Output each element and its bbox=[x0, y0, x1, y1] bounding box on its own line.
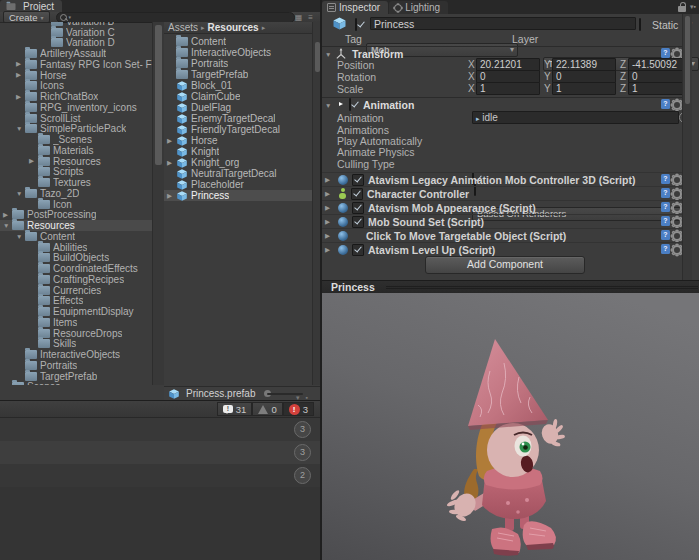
component-header[interactable]: ▶Atavism Mob Appearance (Script) bbox=[322, 200, 690, 214]
fold-arrow-icon[interactable]: ▶ bbox=[325, 204, 334, 212]
console-menu-icon[interactable]: ▾ ▪ bbox=[296, 394, 310, 402]
fold-arrow-icon[interactable]: ▼ bbox=[3, 222, 12, 229]
project-search[interactable]: ▾ bbox=[56, 12, 295, 23]
column-view-icon[interactable]: ▦ bbox=[295, 13, 303, 22]
component-enabled-checkbox[interactable] bbox=[351, 188, 363, 200]
animation-enabled-checkbox[interactable] bbox=[349, 98, 351, 111]
tree-item[interactable]: Currencies bbox=[0, 285, 152, 296]
tree-item[interactable]: InteractiveObjects bbox=[0, 349, 152, 360]
help-book-icon[interactable] bbox=[661, 99, 670, 109]
asset-item[interactable]: InteractiveObjects bbox=[164, 47, 312, 58]
fold-arrow-icon[interactable]: ▶ bbox=[16, 71, 25, 79]
preview-header[interactable]: Princess bbox=[322, 280, 699, 294]
tab-inspector[interactable]: Inspector bbox=[322, 1, 388, 14]
menu-icon[interactable]: ≡ bbox=[308, 13, 313, 22]
gear-icon[interactable] bbox=[672, 175, 682, 185]
fold-arrow-icon[interactable]: ▶ bbox=[167, 137, 176, 145]
console-info-toggle[interactable]: 31 bbox=[217, 402, 253, 416]
tree-item[interactable]: Skills bbox=[0, 339, 152, 350]
help-book-icon[interactable] bbox=[661, 244, 670, 254]
console-warning-toggle[interactable]: 0 bbox=[252, 402, 282, 416]
tree-item[interactable]: EquipmentDisplay bbox=[0, 306, 152, 317]
fold-arrow-icon[interactable]: ▶ bbox=[325, 246, 334, 254]
tree-item[interactable]: ▶Resources bbox=[0, 156, 152, 167]
tree-item[interactable]: ResourceDrops bbox=[0, 328, 152, 339]
component-header[interactable]: ▶Atavism Level Up (Script) bbox=[322, 242, 690, 256]
tree-item[interactable]: _Scenes bbox=[0, 134, 152, 145]
tree-item[interactable]: BuildObjects bbox=[0, 253, 152, 264]
transform-scale-y-field[interactable]: 1 bbox=[552, 82, 616, 95]
gear-icon[interactable] bbox=[672, 231, 682, 241]
tree-item[interactable]: Items bbox=[0, 317, 152, 328]
help-book-icon[interactable] bbox=[661, 174, 670, 184]
gameobject-name-field[interactable] bbox=[370, 17, 636, 30]
animation-component-header[interactable]: ▼ Animation bbox=[322, 97, 690, 111]
window-menu-icon[interactable]: ▾▪ bbox=[690, 3, 696, 11]
fold-arrow-icon[interactable]: ▶ bbox=[325, 232, 334, 240]
tree-item[interactable]: ▼SimpleParticlePack bbox=[0, 124, 152, 135]
tree-item[interactable]: ArtilleryAssault bbox=[0, 48, 152, 59]
component-header[interactable]: ▶Atavism Legacy Animation Mob Controller… bbox=[322, 172, 690, 186]
tree-item[interactable]: Scripts bbox=[0, 167, 152, 178]
fold-arrow-icon[interactable]: ▶ bbox=[167, 159, 176, 167]
component-header[interactable]: ▶Mob Sound Set (Script) bbox=[322, 214, 690, 228]
component-enabled-checkbox[interactable] bbox=[352, 202, 364, 214]
tree-item[interactable]: ▶Fantasy RPG Icon Set- Free bbox=[0, 59, 152, 70]
component-enabled-checkbox[interactable] bbox=[352, 216, 364, 228]
tree-item[interactable]: ▼Content bbox=[0, 231, 152, 242]
tree-item[interactable]: ▶RichChatBox bbox=[0, 91, 152, 102]
tree-item[interactable]: CoordinatedEffects bbox=[0, 263, 152, 274]
tree-item[interactable]: Icon bbox=[0, 199, 152, 210]
asset-item[interactable]: NeutralTargetDecal bbox=[164, 168, 312, 179]
gear-icon[interactable] bbox=[672, 100, 682, 110]
gear-icon[interactable] bbox=[672, 189, 682, 199]
animation-object-field[interactable]: ▸ idle bbox=[472, 111, 679, 124]
transform-scale-x-field[interactable]: 1 bbox=[476, 82, 540, 95]
asset-item[interactable]: TargetPrefab bbox=[164, 69, 312, 80]
asset-item[interactable]: ▶Princess bbox=[164, 190, 312, 201]
gear-icon[interactable] bbox=[672, 203, 682, 213]
static-checkbox[interactable] bbox=[639, 18, 641, 31]
tree-item[interactable]: Variation D bbox=[0, 38, 152, 49]
asset-item[interactable]: FriendlyTargetDecal bbox=[164, 124, 312, 135]
tree-item[interactable]: Scenes bbox=[0, 382, 152, 386]
help-book-icon[interactable] bbox=[661, 202, 670, 212]
console-row[interactable]: 2 bbox=[0, 464, 320, 487]
tree-item[interactable]: ▶PostProcessing bbox=[0, 210, 152, 221]
fold-arrow-icon[interactable]: ▶ bbox=[29, 157, 38, 165]
help-book-icon[interactable] bbox=[661, 230, 670, 240]
fold-arrow-icon[interactable]: ▶ bbox=[325, 190, 334, 198]
console-row[interactable]: 3 bbox=[0, 418, 320, 441]
lock-icon[interactable] bbox=[678, 6, 686, 12]
tree-item[interactable]: Effects bbox=[0, 296, 152, 307]
help-book-icon[interactable] bbox=[661, 216, 670, 226]
tree-item[interactable]: Portraits bbox=[0, 360, 152, 371]
asset-item[interactable]: ▶Knight_org bbox=[164, 157, 312, 168]
tree-item[interactable]: Variation C bbox=[0, 27, 152, 38]
fold-arrow-icon[interactable]: ▶ bbox=[325, 176, 334, 184]
asset-item[interactable]: Knight bbox=[164, 146, 312, 157]
asset-item[interactable]: Block_01 bbox=[164, 80, 312, 91]
tree-item[interactable]: ▶Horse bbox=[0, 70, 152, 81]
model-preview[interactable] bbox=[322, 293, 699, 560]
gear-icon[interactable] bbox=[672, 217, 682, 227]
fold-arrow-icon[interactable]: ▼ bbox=[16, 125, 25, 132]
add-component-button[interactable]: Add Component bbox=[425, 256, 585, 274]
breadcrumb-current[interactable]: Resources bbox=[208, 22, 259, 33]
asset-item[interactable]: Placeholder bbox=[164, 179, 312, 190]
tree-scrollbar-thumb[interactable] bbox=[155, 25, 162, 165]
tree-item[interactable]: ▼Resources bbox=[0, 220, 152, 231]
console-row[interactable]: 3 bbox=[0, 441, 320, 464]
help-book-icon[interactable] bbox=[661, 48, 670, 58]
tree-item[interactable]: Textures bbox=[0, 177, 152, 188]
fold-arrow-icon[interactable]: ▼ bbox=[16, 233, 25, 240]
component-header[interactable]: ▶Character Controller bbox=[322, 186, 690, 200]
tree-item[interactable]: TargetPrefab bbox=[0, 371, 152, 382]
fold-arrow-icon[interactable]: ▼ bbox=[325, 102, 334, 109]
component-enabled-checkbox[interactable] bbox=[352, 174, 364, 186]
tree-item[interactable]: Abilities bbox=[0, 242, 152, 253]
tree-scrollbar[interactable] bbox=[152, 22, 164, 385]
fold-arrow-icon[interactable]: ▶ bbox=[325, 218, 334, 226]
gear-icon[interactable] bbox=[672, 245, 682, 255]
help-book-icon[interactable] bbox=[661, 188, 670, 198]
